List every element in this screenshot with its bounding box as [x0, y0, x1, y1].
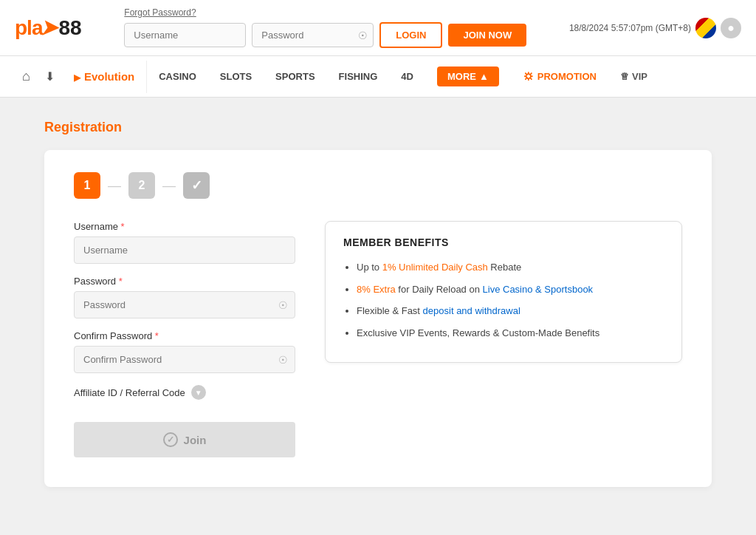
affiliate-row[interactable]: Affiliate ID / Referral Code ▼ [74, 385, 295, 400]
join-button[interactable]: ✓ Join [74, 422, 295, 457]
benefits-card: MEMBER BENEFITS Up to 1% Unlimited Daily… [325, 221, 682, 363]
benefit-highlight-2a: 8% Extra [357, 284, 396, 295]
nav-promotion[interactable]: ⛭ PROMOTION [511, 60, 608, 94]
nav-vip[interactable]: ♕ VIP [608, 61, 659, 92]
logo: pla➤88 [15, 16, 82, 40]
auth-section: Forgot Password? ☉ LOGIN JOIN NOW [124, 7, 526, 48]
password-required: * [119, 276, 123, 287]
crown-icon: ♕ [620, 71, 629, 82]
confirm-password-toggle-icon[interactable]: ☉ [278, 354, 288, 366]
username-group: Username * [74, 221, 295, 264]
nav-more-label: MORE [447, 71, 476, 82]
affiliate-label: Affiliate ID / Referral Code [74, 387, 185, 398]
login-button[interactable]: LOGIN [379, 22, 442, 48]
step-divider-2: — [155, 178, 183, 194]
flag-icon[interactable] [695, 18, 716, 38]
logo-88: 88 [58, 16, 81, 40]
nav-vip-label: VIP [632, 71, 647, 82]
evolution-arrow-icon: ▸ [74, 68, 81, 86]
step-3: ✓ [183, 172, 210, 199]
password-group: Password * ☉ [74, 276, 295, 318]
join-check-icon: ✓ [163, 432, 178, 447]
registration-card: 1 — 2 — ✓ Username * Pas [44, 150, 712, 487]
benefit-highlight-2b: Live Casino & Sportsbook [483, 284, 594, 295]
home-icon[interactable]: ⌂ [15, 58, 38, 95]
benefit-item-4: Exclusive VIP Events, Rewards & Custom-M… [357, 326, 664, 341]
evolution-label: Evolution [84, 70, 134, 83]
forgot-password-link[interactable]: Forgot Password? [124, 7, 196, 18]
join-button-wrap: ✓ Join [74, 422, 295, 457]
nav-slots[interactable]: SLOTS [208, 61, 264, 92]
confirm-password-group: Confirm Password * ☉ [74, 330, 295, 373]
top-bar: pla➤88 Forgot Password? ☉ LOGIN JOIN NOW… [0, 0, 756, 56]
username-label: Username * [74, 221, 295, 232]
evolution-logo[interactable]: ▸ Evolution [62, 61, 147, 93]
main-content: Registration 1 — 2 — ✓ Username * [0, 98, 756, 535]
benefits-list: Up to 1% Unlimited Daily Cash Rebate 8% … [343, 260, 664, 340]
join-button-label: Join [184, 434, 207, 446]
nav-more[interactable]: MORE ▲ [425, 56, 511, 97]
password-label: Password * [74, 276, 295, 287]
username-input-wrap [124, 23, 246, 47]
nav-4d[interactable]: 4D [389, 61, 425, 92]
benefit-highlight-3: deposit and withdrawal [423, 305, 520, 316]
auth-row: ☉ LOGIN JOIN NOW [124, 22, 526, 48]
nav-casino[interactable]: CASINO [147, 61, 208, 92]
join-now-button[interactable]: JOIN NOW [448, 24, 526, 47]
benefits-title: MEMBER BENEFITS [343, 236, 664, 248]
benefit-item-2: 8% Extra for Daily Reload on Live Casino… [357, 282, 664, 297]
form-left: Username * Password * ☉ [74, 221, 295, 457]
password-eye-icon[interactable]: ☉ [358, 30, 368, 41]
password-toggle-icon[interactable]: ☉ [278, 299, 288, 311]
page-title: Registration [44, 120, 712, 135]
confirm-password-label: Confirm Password * [74, 330, 295, 341]
nav-promotion-label: PROMOTION [537, 71, 597, 82]
chevron-up-icon: ▲ [479, 71, 489, 82]
nav-fishing[interactable]: FISHING [327, 61, 390, 92]
nav-more-badge: MORE ▲ [437, 67, 499, 86]
step-divider-1: — [100, 178, 128, 194]
benefit-item-3: Flexible & Fast deposit and withdrawal [357, 304, 664, 318]
confirm-password-input-wrap: ☉ [74, 346, 295, 373]
password-input[interactable] [252, 23, 374, 47]
form-right: MEMBER BENEFITS Up to 1% Unlimited Daily… [325, 221, 682, 457]
confirm-password-field[interactable] [74, 346, 295, 373]
password-input-wrap: ☉ [74, 291, 295, 318]
form-main: Username * Password * ☉ [74, 221, 682, 457]
benefit-highlight-1: 1% Unlimited Daily Cash [382, 262, 488, 273]
step-2: 2 [128, 172, 155, 199]
globe-icon[interactable]: ● [721, 18, 741, 38]
username-field[interactable] [74, 236, 295, 264]
timestamp: 18/8/2024 5:57:07pm (GMT+8) [569, 23, 691, 33]
username-required: * [121, 221, 125, 232]
nav-bar: ⌂ ⬇ ▸ Evolution CASINO SLOTS SPORTS FISH… [0, 56, 756, 98]
password-input-wrap: ☉ [252, 23, 374, 47]
promo-percent-icon: ⛭ [523, 70, 535, 84]
password-field[interactable] [74, 291, 295, 318]
nav-sports[interactable]: SPORTS [264, 61, 326, 92]
benefit-item-1: Up to 1% Unlimited Daily Cash Rebate [357, 260, 664, 275]
top-right: 18/8/2024 5:57:07pm (GMT+8) ● [569, 18, 741, 38]
confirm-password-required: * [155, 330, 159, 341]
step-1: 1 [74, 172, 100, 199]
username-input[interactable] [124, 23, 246, 47]
logo-text: pla➤ [15, 16, 58, 40]
download-icon[interactable]: ⬇ [38, 59, 62, 94]
username-input-wrap [74, 236, 295, 264]
affiliate-chevron-icon[interactable]: ▼ [191, 385, 206, 400]
steps-row: 1 — 2 — ✓ [74, 172, 682, 199]
